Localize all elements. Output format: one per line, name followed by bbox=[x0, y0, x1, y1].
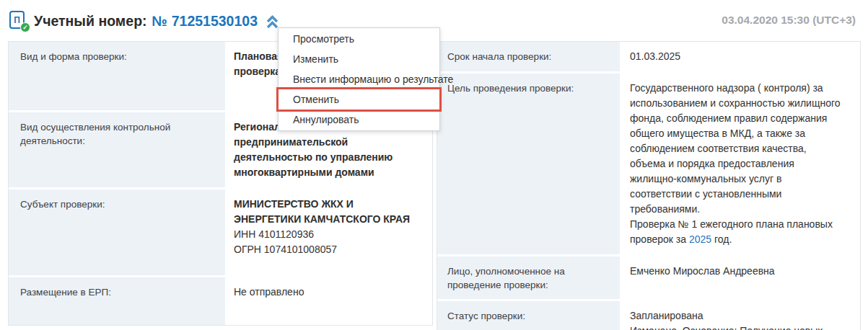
status-change-reason: Изменено. Основание: Получение новых све… bbox=[630, 324, 841, 330]
menu-item-cancel[interactable]: Отменить bbox=[279, 89, 439, 110]
subject-inn: ИНН 4101120936 bbox=[234, 227, 423, 242]
field-value-authorized-person: Емченко Мирослав Андреевна bbox=[621, 257, 860, 299]
record-number-link[interactable]: № 71251530103 bbox=[152, 13, 258, 30]
plan-year-link[interactable]: 2025 bbox=[689, 233, 711, 245]
menu-item-edit[interactable]: Изменить bbox=[279, 49, 439, 69]
field-value-status: Запланирована Изменено. Основание: Получ… bbox=[621, 301, 860, 330]
field-value-start-date: 01.03.2025 bbox=[621, 42, 860, 71]
check-badge-icon: ✓ bbox=[20, 22, 30, 32]
field-label-inspection-type: Вид и форма проверки: bbox=[9, 42, 225, 110]
field-label-control-activity-kind: Вид осуществления контрольной деятельнос… bbox=[9, 112, 225, 187]
field-label-erp-placement: Размещение в ЕРП: bbox=[9, 277, 225, 325]
menu-item-view[interactable]: Просмотреть bbox=[279, 29, 439, 49]
field-label-goal: Цель проведения проверки: bbox=[437, 73, 620, 254]
record-type-icon: П ✓ bbox=[9, 9, 28, 31]
page-title: Учетный номер: bbox=[34, 13, 147, 30]
header: Учетный номер: № 71251530103 bbox=[34, 11, 281, 31]
goal-plan-note: Проверка № 1 ежегодного плана плановых п… bbox=[630, 217, 841, 247]
field-label-authorized-person: Лицо, уполномоченное на проведение прове… bbox=[437, 257, 620, 299]
status-state: Запланирована bbox=[630, 308, 841, 324]
field-label-subject: Субъект проверки: bbox=[9, 189, 225, 275]
field-label-status: Статус проверки: bbox=[437, 301, 620, 330]
goal-note-suffix: год. bbox=[711, 233, 732, 245]
field-label-start-date: Срок начала проверки: bbox=[437, 42, 620, 71]
field-value-goal: Государственного надзора ( контроля) за … bbox=[621, 73, 860, 254]
field-value-erp-placement: Не отправлено bbox=[227, 277, 432, 325]
subject-name: МИНИСТЕРСТВО ЖКХ И ЭНЕРГЕТИКИ КАМЧАТСКОГ… bbox=[234, 197, 423, 227]
goal-paragraph: Государственного надзора ( контроля) за … bbox=[630, 81, 841, 217]
menu-item-enter-result-info[interactable]: Внести информацию о результате bbox=[279, 69, 439, 89]
field-value-subject: МИНИСТЕРСТВО ЖКХ И ЭНЕРГЕТИКИ КАМЧАТСКОГ… bbox=[227, 189, 432, 275]
actions-dropdown-menu: Просмотреть Изменить Внести информацию о… bbox=[278, 27, 440, 131]
value-line: предпринимательской деятельностью по упр… bbox=[234, 135, 423, 180]
menu-item-annul[interactable]: Аннулировать bbox=[279, 110, 439, 130]
subject-ogrn: ОГРН 1074101008057 bbox=[234, 242, 423, 257]
details-table-right: Срок начала проверки: 01.03.2025 Цель пр… bbox=[437, 41, 861, 330]
inspection-record-page: П ✓ Учетный номер: № 71251530103 03.04.2… bbox=[0, 0, 868, 330]
record-timestamp: 03.04.2020 15:30 (UTC+3) bbox=[722, 14, 856, 27]
